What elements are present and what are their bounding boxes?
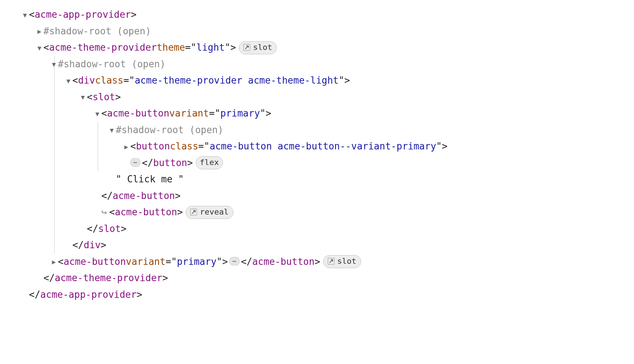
tag-name: acme-app-provider [35, 7, 131, 23]
node-shadow-root[interactable]: ▶ #shadow-root (open) [7, 23, 627, 40]
tag-name: slot [98, 221, 121, 237]
node-acme-button-collapsed[interactable]: ▶ <acme-button variant="primary"> ⋯ </ac… [7, 254, 627, 270]
node-button-close[interactable]: • ⋯ </button> flex [7, 155, 627, 172]
badge-label: slot [337, 255, 356, 267]
ellipsis-icon[interactable]: ⋯ [229, 257, 240, 266]
slot-badge[interactable]: slot [239, 41, 277, 54]
tag-name: slot [93, 89, 115, 106]
tag-name: div [78, 72, 95, 89]
reveal-slot-icon [327, 257, 335, 265]
attr-value: light [196, 39, 225, 56]
attr-value: acme-theme-provider acme-theme-light [135, 72, 339, 89]
attr-value: acme-button acme-button--variant-primary [210, 138, 436, 155]
tag-name: acme-theme-provider [55, 270, 162, 287]
shadow-root-label: #shadow-root (open) [58, 56, 165, 73]
attr-name: variant [126, 254, 166, 270]
tag-name: button [136, 138, 170, 155]
badge-label: reveal [200, 206, 228, 218]
twistie-closed-icon[interactable]: ▶ [122, 144, 130, 150]
reveal-badge[interactable]: reveal [186, 206, 233, 219]
reveal-arrow-icon: ↪ [101, 204, 107, 221]
twistie-open-icon[interactable]: ▼ [93, 111, 101, 117]
dom-tree: ▼ <acme-app-provider> ▶ #shadow-root (op… [7, 7, 627, 303]
tag-name: acme-button [252, 254, 314, 270]
attr-name: class [95, 72, 123, 89]
slot-badge[interactable]: slot [323, 255, 361, 268]
open-bracket: < [29, 7, 35, 23]
tag-name: acme-button [64, 254, 126, 270]
node-div-close[interactable]: • </div> [7, 237, 627, 254]
text-node: " Click me " [116, 171, 184, 188]
reveal-slot-icon [243, 43, 251, 51]
attr-value: primary [220, 105, 260, 122]
reveal-slot-icon [190, 208, 198, 216]
tag-name: div [84, 237, 101, 254]
node-slot-close[interactable]: • </slot> [7, 221, 627, 237]
node-acme-theme-provider-open[interactable]: ▼ <acme-theme-provider theme="light"> sl… [7, 39, 627, 56]
attr-name: variant [169, 105, 209, 122]
node-text[interactable]: • " Click me " [7, 171, 627, 188]
twistie-closed-icon[interactable]: ▶ [35, 28, 43, 35]
badge-label: slot [253, 42, 272, 53]
node-slotted-acme-button[interactable]: • ↪ <acme-button> reveal [7, 204, 627, 221]
node-button-open[interactable]: ▶ <button class="acme-button acme-button… [7, 138, 627, 155]
node-acme-button-close[interactable]: • </acme-button> [7, 188, 627, 204]
tag-name: acme-button [107, 105, 169, 122]
shadow-root-label: #shadow-root (open) [116, 122, 223, 139]
tag-name: button [153, 155, 187, 172]
node-acme-app-provider-open[interactable]: ▼ <acme-app-provider> [7, 7, 627, 23]
close-bracket: > [131, 7, 137, 23]
twistie-open-icon[interactable]: ▼ [108, 127, 116, 134]
node-acme-app-provider-close[interactable]: • </acme-app-provider> [7, 287, 627, 303]
attr-value: primary [177, 254, 217, 270]
badge-label: flex [200, 157, 219, 168]
node-shadow-root[interactable]: ▼ #shadow-root (open) [7, 56, 627, 73]
node-slot-open[interactable]: ▼ <slot> [7, 89, 627, 106]
shadow-root-label: #shadow-root (open) [43, 23, 151, 40]
twistie-open-icon[interactable]: ▼ [79, 94, 87, 101]
flex-badge[interactable]: flex [196, 156, 223, 169]
ellipsis-icon[interactable]: ⋯ [130, 158, 140, 167]
twistie-closed-icon[interactable]: ▶ [50, 259, 58, 265]
attr-name: theme [157, 39, 185, 56]
tag-name: acme-button [115, 204, 177, 221]
tag-name: acme-button [113, 188, 175, 204]
node-acme-button-open[interactable]: ▼ <acme-button variant="primary"> [7, 105, 627, 122]
node-shadow-root[interactable]: ▼ #shadow-root (open) [7, 122, 627, 139]
twistie-open-icon[interactable]: ▼ [50, 61, 58, 68]
twistie-open-icon[interactable]: ▼ [21, 12, 29, 18]
tag-name: acme-app-provider [40, 287, 136, 303]
tag-name: acme-theme-provider [49, 39, 157, 56]
node-div-open[interactable]: ▼ <div class="acme-theme-provider acme-t… [7, 72, 627, 89]
node-acme-theme-provider-close[interactable]: • </acme-theme-provider> [7, 270, 627, 287]
attr-name: class [170, 138, 198, 155]
twistie-open-icon[interactable]: ▼ [64, 78, 72, 84]
twistie-open-icon[interactable]: ▼ [35, 45, 43, 51]
